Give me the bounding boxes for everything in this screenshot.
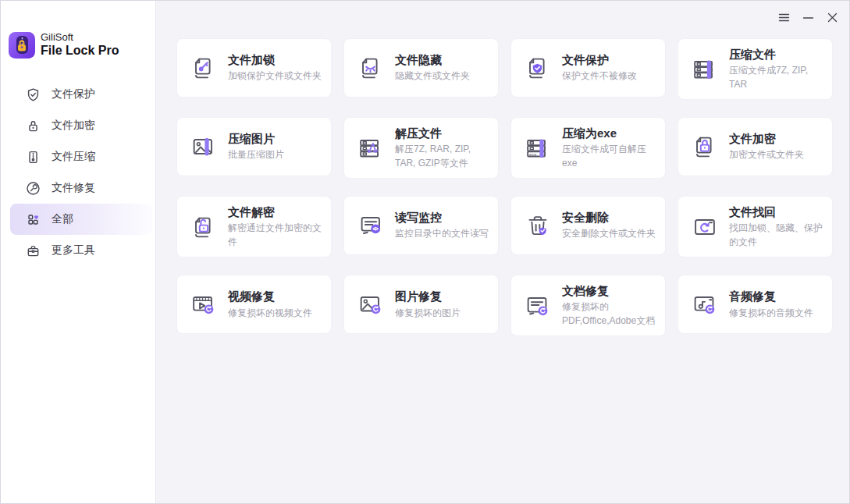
app-window: GiliSoft File Lock Pro 文件保护 bbox=[0, 0, 850, 504]
trash-shield-icon bbox=[523, 211, 553, 240]
card-desc: 修复损坏的音频文件 bbox=[729, 307, 813, 320]
sidebar-nav: 文件保护 文件加密 bbox=[1, 79, 155, 266]
brand-text: GiliSoft File Lock Pro bbox=[41, 32, 119, 58]
card-doc-repair[interactable]: 文档修复 修复损坏的PDF,Office,Adobe文档 bbox=[510, 275, 666, 336]
card-desc: 解压7Z, RAR, ZIP, TAR, GZIP等文件 bbox=[395, 143, 489, 170]
card-file-lock[interactable]: 文件加锁 加锁保护文件或文件夹 bbox=[176, 38, 332, 98]
app-logo bbox=[9, 32, 35, 59]
svg-text:exe: exe bbox=[529, 152, 537, 157]
card-title: 音频修复 bbox=[729, 289, 813, 304]
file-hide-icon bbox=[356, 53, 386, 83]
card-desc: 加锁保护文件或文件夹 bbox=[228, 69, 322, 83]
feature-grid: 文件加锁 加锁保护文件或文件夹 bbox=[156, 1, 849, 336]
sidebar-item-file-protect[interactable]: 文件保护 bbox=[1, 79, 154, 110]
card-video-repair[interactable]: 视频修复 修复损坏的视频文件 bbox=[176, 275, 332, 334]
card-title: 压缩图片 bbox=[228, 131, 284, 147]
card-title: 文件加锁 bbox=[228, 52, 322, 68]
close-button[interactable] bbox=[824, 9, 840, 25]
sidebar-item-label: 文件保护 bbox=[52, 87, 95, 101]
video-repair-icon bbox=[189, 289, 219, 319]
card-desc: 加密文件或文件夹 bbox=[729, 148, 804, 161]
card-desc: 隐藏文件或文件夹 bbox=[395, 69, 470, 83]
image-zip-icon bbox=[189, 132, 219, 161]
sidebar-item-label: 文件加密 bbox=[52, 119, 95, 133]
card-title: 视频修复 bbox=[228, 289, 312, 304]
card-title: 压缩为exe bbox=[562, 126, 656, 141]
card-title: 文件解密 bbox=[228, 204, 322, 220]
card-title: 解压文件 bbox=[395, 126, 489, 141]
card-title: 安全删除 bbox=[562, 210, 656, 225]
card-file-encrypt[interactable]: 文件加密 加密文件或文件夹 bbox=[678, 117, 833, 176]
card-desc: 修复损坏的图片 bbox=[395, 307, 461, 320]
archive-extract-icon bbox=[356, 133, 386, 163]
sidebar-item-file-encrypt[interactable]: 文件加密 bbox=[1, 110, 154, 141]
monitor-eye-icon bbox=[356, 211, 386, 240]
card-desc: 找回加锁、隐藏、保护的文件 bbox=[729, 222, 823, 249]
card-secure-delete[interactable]: 安全删除 安全删除文件或文件夹 bbox=[510, 196, 666, 255]
file-lock-closed-icon bbox=[690, 132, 720, 161]
card-title: 文件隐藏 bbox=[395, 52, 470, 68]
card-desc: 压缩文件成可自解压exe bbox=[562, 143, 656, 170]
file-lock-open-icon bbox=[189, 212, 219, 242]
card-file-restore[interactable]: 文件找回 找回加锁、隐藏、保护的文件 bbox=[678, 196, 833, 257]
card-title: 压缩文件 bbox=[729, 47, 823, 62]
window-restore-icon bbox=[690, 212, 720, 242]
minimize-icon bbox=[802, 12, 814, 23]
card-desc: 监控目录中的文件读写 bbox=[395, 227, 489, 240]
card-desc: 批量压缩图片 bbox=[228, 148, 284, 161]
main-content: 文件加锁 加锁保护文件或文件夹 bbox=[156, 1, 849, 503]
card-file-protect[interactable]: 文件保护 保护文件不被修改 bbox=[510, 38, 666, 98]
menu-button[interactable] bbox=[776, 9, 791, 25]
card-image-repair[interactable]: 图片修复 修复损坏的图片 bbox=[343, 275, 499, 334]
image-repair-icon bbox=[356, 289, 386, 319]
brand: GiliSoft File Lock Pro bbox=[1, 32, 155, 59]
card-rw-monitor[interactable]: 读写监控 监控目录中的文件读写 bbox=[343, 196, 499, 255]
card-compress-file[interactable]: 压缩文件 压缩文件成7Z, ZIP, TAR bbox=[678, 38, 833, 100]
sidebar-item-more-tools[interactable]: 更多工具 bbox=[1, 235, 154, 266]
card-compress-exe[interactable]: exe 压缩为exe 压缩文件成可自解压exe bbox=[510, 117, 666, 179]
lock-icon bbox=[25, 118, 41, 134]
file-key-icon bbox=[189, 53, 219, 83]
card-desc: 保护文件不被修改 bbox=[562, 69, 637, 83]
grid-heart-icon bbox=[25, 211, 41, 228]
card-title: 图片修复 bbox=[395, 289, 461, 304]
sidebar-item-file-repair[interactable]: 文件修复 bbox=[1, 172, 154, 204]
card-desc: 修复损坏的视频文件 bbox=[228, 307, 312, 320]
close-icon bbox=[827, 12, 838, 23]
hamburger-icon bbox=[778, 12, 790, 23]
card-file-decrypt[interactable]: 文件解密 解密通过文件加密的文件 bbox=[176, 196, 332, 257]
zip-file-icon bbox=[25, 149, 41, 165]
card-title: 文件加密 bbox=[729, 131, 804, 147]
card-audio-repair[interactable]: 音频修复 修复损坏的音频文件 bbox=[678, 275, 833, 334]
shield-check-icon bbox=[25, 87, 41, 103]
sidebar: GiliSoft File Lock Pro 文件保护 bbox=[1, 1, 156, 503]
audio-repair-icon bbox=[690, 289, 720, 319]
card-file-hide[interactable]: 文件隐藏 隐藏文件或文件夹 bbox=[343, 38, 499, 98]
archive-zip-icon bbox=[690, 55, 720, 84]
wrench-circle-icon bbox=[25, 180, 41, 197]
card-desc: 修复损坏的PDF,Office,Adobe文档 bbox=[562, 300, 656, 328]
card-title: 读写监控 bbox=[395, 210, 489, 225]
card-desc: 压缩文件成7Z, ZIP, TAR bbox=[729, 64, 823, 91]
brand-company: GiliSoft bbox=[41, 32, 119, 44]
window-controls bbox=[776, 9, 840, 25]
sidebar-item-label: 文件修复 bbox=[52, 181, 95, 195]
minimize-button[interactable] bbox=[800, 9, 816, 25]
brand-product: File Lock Pro bbox=[41, 44, 119, 58]
card-title: 文档修复 bbox=[562, 283, 656, 299]
sidebar-item-all[interactable]: 全部 bbox=[10, 204, 152, 235]
toolbox-icon bbox=[25, 243, 41, 259]
sidebar-item-label: 更多工具 bbox=[52, 243, 95, 257]
card-title: 文件保护 bbox=[562, 52, 637, 68]
sidebar-item-label: 全部 bbox=[52, 212, 73, 226]
file-shield-icon bbox=[523, 53, 553, 83]
card-extract-file[interactable]: 解压文件 解压7Z, RAR, ZIP, TAR, GZIP等文件 bbox=[343, 117, 499, 179]
sidebar-item-label: 文件压缩 bbox=[52, 150, 95, 164]
card-compress-image[interactable]: 压缩图片 批量压缩图片 bbox=[176, 117, 332, 176]
doc-repair-icon bbox=[523, 291, 553, 321]
card-title: 文件找回 bbox=[729, 204, 823, 220]
card-desc: 解密通过文件加密的文件 bbox=[228, 222, 322, 249]
archive-exe-icon: exe bbox=[523, 133, 553, 163]
sidebar-item-file-compress[interactable]: 文件压缩 bbox=[1, 141, 154, 172]
card-desc: 安全删除文件或文件夹 bbox=[562, 227, 656, 240]
